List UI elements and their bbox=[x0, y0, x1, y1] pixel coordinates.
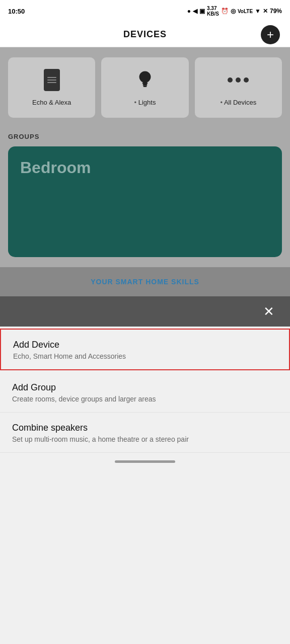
bulb-icon bbox=[132, 67, 158, 93]
main-content: DEVICES + Echo & Alexa bbox=[0, 22, 290, 327]
battery-level: 79% bbox=[270, 8, 282, 15]
echo-icon bbox=[39, 67, 64, 93]
more-icon bbox=[226, 67, 251, 93]
category-lights[interactable]: • Lights bbox=[101, 57, 188, 118]
bottom-sheet: Add Device Echo, Smart Home and Accessor… bbox=[0, 329, 290, 470]
add-group-title: Add Group bbox=[12, 382, 278, 393]
svg-rect-1 bbox=[142, 82, 148, 84]
status-bar: 10:50 ● ◀ ▣ 3.37KB/S ⏰ ◎ VoLTE ▼ ✕ 79% bbox=[0, 0, 290, 22]
status-icons: ● ◀ ▣ 3.37KB/S ⏰ ◎ VoLTE ▼ ✕ 79% bbox=[187, 6, 282, 17]
add-device-title: Add Device bbox=[13, 340, 277, 350]
add-button[interactable]: + bbox=[261, 25, 280, 44]
close-area: ✕ bbox=[0, 296, 290, 327]
combine-speakers-item[interactable]: Combine speakers Set up multi-room music… bbox=[0, 413, 290, 453]
page-header: DEVICES + bbox=[0, 22, 290, 47]
home-indicator bbox=[0, 453, 290, 470]
group-bedroom-label: Bedroom bbox=[20, 158, 91, 177]
svg-point-0 bbox=[139, 71, 151, 83]
status-time: 10:50 bbox=[8, 8, 25, 15]
close-button[interactable]: ✕ bbox=[260, 302, 278, 320]
all-devices-label: • All Devices bbox=[220, 99, 256, 106]
skills-section[interactable]: YOUR SMART HOME SKILLS bbox=[0, 267, 290, 296]
echo-alexa-label: Echo & Alexa bbox=[32, 99, 71, 106]
combine-speakers-subtitle: Set up multi-room music, a home theatre … bbox=[12, 435, 278, 443]
combine-speakers-title: Combine speakers bbox=[12, 423, 278, 433]
categories-row: Echo & Alexa • Lights bbox=[8, 57, 282, 118]
home-bar bbox=[115, 460, 175, 463]
categories-section: Echo & Alexa • Lights bbox=[0, 47, 290, 128]
groups-title: GROUPS bbox=[8, 133, 282, 140]
add-group-subtitle: Create rooms, device groups and larger a… bbox=[12, 395, 278, 403]
skills-title: YOUR SMART HOME SKILLS bbox=[91, 278, 199, 286]
svg-rect-2 bbox=[143, 84, 148, 86]
groups-section: GROUPS Bedroom bbox=[0, 128, 290, 267]
svg-rect-3 bbox=[143, 86, 147, 87]
add-group-item[interactable]: Add Group Create rooms, device groups an… bbox=[0, 372, 290, 413]
category-echo-alexa[interactable]: Echo & Alexa bbox=[8, 57, 95, 118]
page-title: DEVICES bbox=[123, 29, 167, 40]
add-device-item[interactable]: Add Device Echo, Smart Home and Accessor… bbox=[0, 329, 290, 370]
category-all-devices[interactable]: • All Devices bbox=[195, 57, 282, 118]
lights-label: • Lights bbox=[134, 99, 156, 106]
group-bedroom-card[interactable]: Bedroom bbox=[8, 146, 282, 257]
add-device-subtitle: Echo, Smart Home and Accessories bbox=[13, 352, 277, 360]
